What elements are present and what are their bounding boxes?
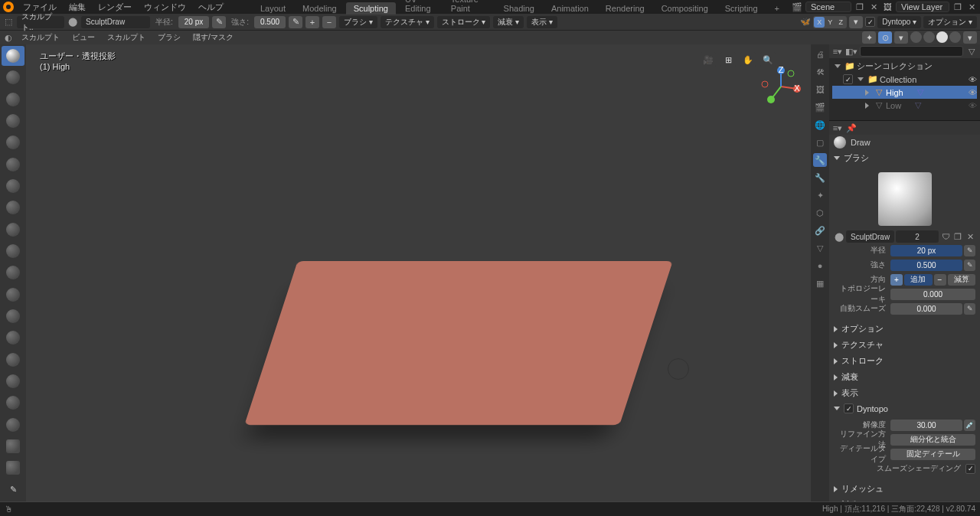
prop-radius[interactable]: 20 px <box>890 245 962 256</box>
sub-view[interactable]: ビュー <box>67 32 100 43</box>
dir-add-icon[interactable]: + <box>305 16 319 28</box>
tool-boxmask[interactable] <box>2 436 24 456</box>
tool-scrape[interactable] <box>2 263 24 282</box>
dir-add-lbl[interactable]: 追加 <box>904 274 933 286</box>
dyn-detail[interactable]: 固定ディテール <box>890 449 975 460</box>
ws-rendering[interactable]: Rendering <box>598 2 652 15</box>
rtab-scene[interactable]: 🎬 <box>813 100 827 114</box>
nav-gizmo[interactable]: X Z <box>760 66 802 107</box>
radius-pressure-icon[interactable]: ✎ <box>964 245 975 256</box>
menu-window[interactable]: ウィンドウ <box>138 2 192 13</box>
mirror-y[interactable]: Y <box>825 17 835 28</box>
rtab-world[interactable]: 🌐 <box>813 118 827 132</box>
mode-select[interactable]: スカルプト.. <box>17 16 64 28</box>
panel-brush[interactable]: ブラシ <box>829 150 980 166</box>
dyn-smoothshade-check[interactable] <box>965 464 975 474</box>
tree-item-high[interactable]: ▽ High ▽ 👁 <box>832 86 977 99</box>
sub-sculpt2[interactable]: スカルプト <box>103 32 150 43</box>
tool-flatten[interactable] <box>2 220 24 240</box>
rtab-object[interactable]: ▢ <box>813 136 827 149</box>
hdr-display-menu[interactable]: 表示 ▾ <box>527 16 557 28</box>
ws-shading[interactable]: Shading <box>496 2 542 15</box>
prop-rake[interactable]: 0.000 <box>890 289 975 300</box>
scene-del-icon[interactable]: ✕ <box>868 2 879 12</box>
rtab-texture[interactable]: ▦ <box>813 276 827 290</box>
brush-browse-icon[interactable]: ⬤ <box>834 231 844 242</box>
sub-mask[interactable]: 隠す/マスク <box>188 32 238 43</box>
rtab-material[interactable]: ● <box>813 259 827 273</box>
brush-name-field[interactable]: SculptDraw <box>81 16 150 28</box>
panel-options[interactable]: オプション <box>829 321 980 337</box>
scene-field[interactable]: Scene <box>805 2 851 12</box>
props-pin-icon[interactable]: 📌 <box>846 122 857 133</box>
rtab-constraints[interactable]: 🔗 <box>813 224 827 237</box>
panel-symmetry[interactable]: 対称 <box>829 497 980 501</box>
overlay-visibility-icon[interactable]: ⊙ <box>878 31 892 44</box>
tool-nudge[interactable] <box>2 371 24 391</box>
tree-scene-collection[interactable]: 📁 シーンコレクション <box>832 60 977 73</box>
tool-boxhide[interactable] <box>2 458 24 478</box>
tool-claystrips[interactable] <box>2 90 24 109</box>
tool-pinch[interactable] <box>2 285 24 305</box>
tool-fill[interactable] <box>2 241 24 261</box>
sub-brush[interactable]: ブラシ <box>153 32 185 43</box>
ws-scripting[interactable]: Scripting <box>717 2 766 15</box>
dyn-sample-icon[interactable]: 💉 <box>964 420 975 431</box>
ws-layout[interactable]: Layout <box>253 2 293 15</box>
viewlayer-del-icon[interactable]: ✕ <box>966 2 977 12</box>
hdr-falloff-menu[interactable]: 減衰 ▾ <box>493 16 524 28</box>
tool-mask[interactable] <box>2 415 24 435</box>
shading-opts-icon[interactable]: ▾ <box>963 31 977 44</box>
mirror-z[interactable]: Z <box>835 17 846 28</box>
ws-texpaint[interactable]: Texture Paint <box>443 0 495 15</box>
panel-remesh[interactable]: リメッシュ <box>829 481 980 497</box>
scene-new-icon[interactable]: ❐ <box>854 2 865 12</box>
shade-wire-icon[interactable] <box>910 31 922 43</box>
tree-collection[interactable]: 📁 Collection 👁 <box>832 73 977 86</box>
dyntopo-panel-check[interactable] <box>844 403 854 413</box>
rtab-modifier[interactable]: 🔧 <box>813 171 827 185</box>
mirror-opts-icon[interactable]: ▾ <box>849 16 863 28</box>
tool-snake[interactable] <box>2 328 24 348</box>
vp-hand-icon[interactable]: ✋ <box>740 52 756 67</box>
hdr-brush-menu[interactable]: ブラシ ▾ <box>339 16 377 28</box>
eye-icon[interactable]: 👁 <box>969 75 977 84</box>
brush-preview-icon[interactable] <box>878 172 932 226</box>
sculpted-mesh[interactable] <box>244 261 673 425</box>
dir-sub-btn[interactable]: − <box>934 274 946 286</box>
props-type-icon[interactable]: ≡▾ <box>832 122 843 133</box>
panel-dyntopo[interactable]: Dyntopo <box>829 401 980 416</box>
tool-annotate[interactable]: ✎ <box>2 480 24 500</box>
dir-sub-icon[interactable]: − <box>322 16 336 28</box>
brush-fake-icon[interactable]: 🛡 <box>940 231 951 242</box>
vp-persp-icon[interactable]: ⊞ <box>720 52 736 67</box>
outliner-type-icon[interactable]: ≡▾ <box>832 46 843 57</box>
sub-sculpt[interactable]: スカルプト <box>17 32 64 43</box>
shade-solid-icon[interactable] <box>923 31 935 43</box>
rtab-output[interactable]: 🛠 <box>813 65 827 79</box>
vp-zoom-icon[interactable]: 🔍 <box>760 52 776 67</box>
dyntopo-menu[interactable]: Dyntopo ▾ <box>877 16 921 28</box>
brush-picker-icon[interactable]: ⬤ <box>67 17 78 28</box>
menu-edit[interactable]: 編集 <box>63 2 92 13</box>
prop-strength[interactable]: 0.500 <box>890 260 962 271</box>
options-menu[interactable]: オプション ▾ <box>923 16 977 28</box>
tool-clay[interactable] <box>2 67 24 87</box>
outliner-search[interactable] <box>860 46 963 57</box>
tool-crease[interactable] <box>2 176 24 196</box>
panel-texture[interactable]: テクスチャ <box>829 337 980 353</box>
mirror-x[interactable]: X <box>814 17 825 28</box>
tool-blob[interactable] <box>2 155 24 175</box>
rtab-physics[interactable]: ⬡ <box>813 206 827 220</box>
menu-help[interactable]: ヘルプ <box>192 2 230 13</box>
dyn-refine[interactable]: 細分化と統合 <box>890 434 975 446</box>
shade-rendered-icon[interactable] <box>949 31 961 43</box>
ws-modeling[interactable]: Modeling <box>295 2 345 15</box>
tool-smooth[interactable] <box>2 198 24 217</box>
tool-layer[interactable] <box>2 111 24 131</box>
panel-display[interactable]: 表示 <box>829 385 980 401</box>
ws-uv[interactable]: UV Editing <box>397 0 442 15</box>
shade-material-icon[interactable] <box>936 31 948 43</box>
panel-stroke[interactable]: ストローク <box>829 353 980 369</box>
outliner-filter-icon[interactable]: ▽ <box>966 46 977 57</box>
